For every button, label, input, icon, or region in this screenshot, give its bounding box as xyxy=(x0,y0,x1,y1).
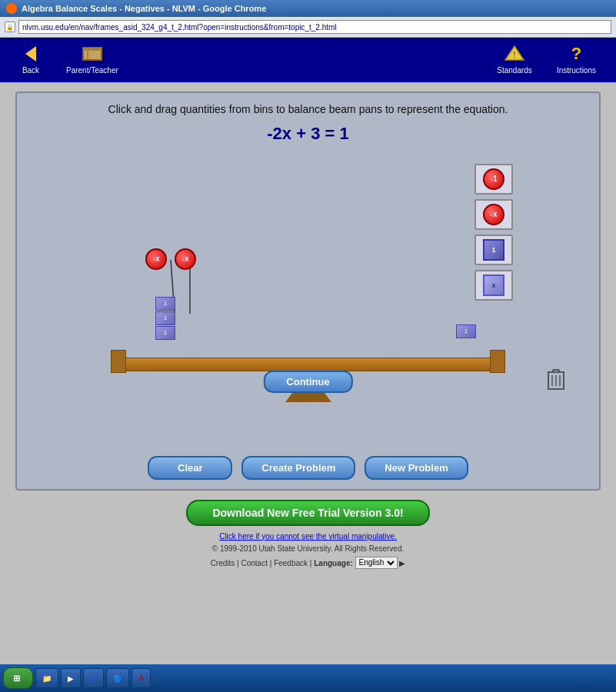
back-button[interactable]: Back xyxy=(8,42,54,78)
title-bar: Algebra Balance Scales - Negatives - NLV… xyxy=(0,0,616,17)
negx-token: -x xyxy=(483,204,504,225)
download-button[interactable]: Download New Free Trial Version 3.0! xyxy=(186,500,429,526)
equation-display: -2x + 3 = 1 xyxy=(26,124,590,144)
page-icon: 🔒 xyxy=(5,22,15,32)
virtual-link[interactable]: Click here if you cannot see the virtual… xyxy=(219,532,397,541)
taskbar-app-acrobat[interactable]: A xyxy=(132,668,151,688)
left-balloons: -x -x xyxy=(145,248,196,270)
balloon-negx-1[interactable]: -x xyxy=(145,248,167,270)
svg-text:!: ! xyxy=(514,51,516,59)
footer-links: Credits | Contact | Feedback | Language:… xyxy=(15,557,601,569)
new-problem-button[interactable]: New Problem xyxy=(365,456,468,480)
lang-arrow: ▶ xyxy=(399,558,405,567)
footer-virtual-link: Click here if you cannot see the virtual… xyxy=(15,531,601,555)
balance-beam xyxy=(111,358,505,371)
start-button[interactable]: ⊞ xyxy=(3,667,33,689)
windows-logo: ⊞ xyxy=(13,674,20,684)
negx-balloon-1: -x xyxy=(145,248,167,270)
bin-item-neg1[interactable]: -1 xyxy=(474,164,513,195)
cube-2[interactable]: 1 xyxy=(155,311,175,325)
back-icon xyxy=(20,45,42,63)
feedback-link[interactable]: Feedback xyxy=(274,558,308,567)
left-pan-items: 1 1 1 xyxy=(155,297,175,341)
browser-favicon xyxy=(6,3,17,14)
beam-right-support xyxy=(490,350,505,373)
language-selector[interactable]: English xyxy=(355,557,398,569)
instructions-button[interactable]: ? Instructions xyxy=(544,42,608,78)
question-icon: ? xyxy=(565,45,587,63)
url-input[interactable] xyxy=(18,20,611,34)
credits-link[interactable]: Credits xyxy=(211,558,235,567)
bottom-buttons: Clear Create Problem New Problem xyxy=(26,456,590,480)
browser-chrome: 🔒 xyxy=(0,17,616,38)
app-frame: Click and drag quantities from bins to b… xyxy=(15,91,601,491)
right-pan-items: 1 xyxy=(456,324,476,339)
negx-balloon-2: -x xyxy=(175,248,196,270)
neg1-token: -1 xyxy=(483,168,504,190)
right-cube-1[interactable]: 1 xyxy=(456,324,476,338)
acrobat-icon: A xyxy=(138,674,144,683)
taskbar-app-wmp[interactable]: ▶ xyxy=(61,668,81,688)
cube-3[interactable]: 1 xyxy=(155,326,175,340)
clear-button[interactable]: Clear xyxy=(148,456,232,480)
create-problem-button[interactable]: Create Problem xyxy=(241,456,355,480)
stacked-cubes: 1 1 1 xyxy=(155,297,175,341)
download-banner: Download New Free Trial Version 3.0! Cli… xyxy=(15,500,601,569)
address-bar: 🔒 xyxy=(0,17,616,37)
standards-icon: ! xyxy=(504,45,525,63)
instructions-text: Click and drag quantities from bins to b… xyxy=(26,102,590,118)
game-area: -1 -x 1 x xyxy=(26,156,590,448)
balance-scene: -x -x 1 1 1 1 xyxy=(26,233,590,402)
taskbar-app-word[interactable]: W xyxy=(83,668,104,688)
trash-icon[interactable] xyxy=(545,366,567,391)
taskbar-app-chrome[interactable]: 🔵 xyxy=(106,668,129,688)
beam-left-support xyxy=(111,350,126,373)
standards-button[interactable]: ! Standards xyxy=(484,42,544,78)
balloon-negx-2[interactable]: -x xyxy=(175,248,196,270)
wmp-icon: ▶ xyxy=(68,674,74,683)
folder-icon: 📁 xyxy=(42,674,52,683)
language-label: Language: xyxy=(314,558,353,567)
svg-rect-1 xyxy=(83,48,102,51)
copyright-text: © 1999-2010 Utah State University. All R… xyxy=(212,544,405,553)
chrome-icon: 🔵 xyxy=(113,674,122,683)
main-content: Click and drag quantities from bins to b… xyxy=(0,82,616,578)
contact-link[interactable]: Contact xyxy=(241,558,268,567)
parent-teacher-button[interactable]: Parent/Teacher xyxy=(54,42,131,78)
bin-item-negx[interactable]: -x xyxy=(474,199,513,230)
nav-toolbar: Back Parent/Teacher ! Standards ? Instru… xyxy=(0,38,616,82)
window-title: Algebra Balance Scales - Negatives - NLV… xyxy=(22,4,610,13)
taskbar: ⊞ 📁 ▶ W 🔵 A xyxy=(0,664,616,692)
taskbar-app-folder[interactable]: 📁 xyxy=(35,668,58,688)
cube-1[interactable]: 1 xyxy=(155,297,175,311)
word-icon: W xyxy=(90,674,97,683)
continue-button[interactable]: Continue xyxy=(263,371,352,393)
parent-icon xyxy=(82,45,103,63)
